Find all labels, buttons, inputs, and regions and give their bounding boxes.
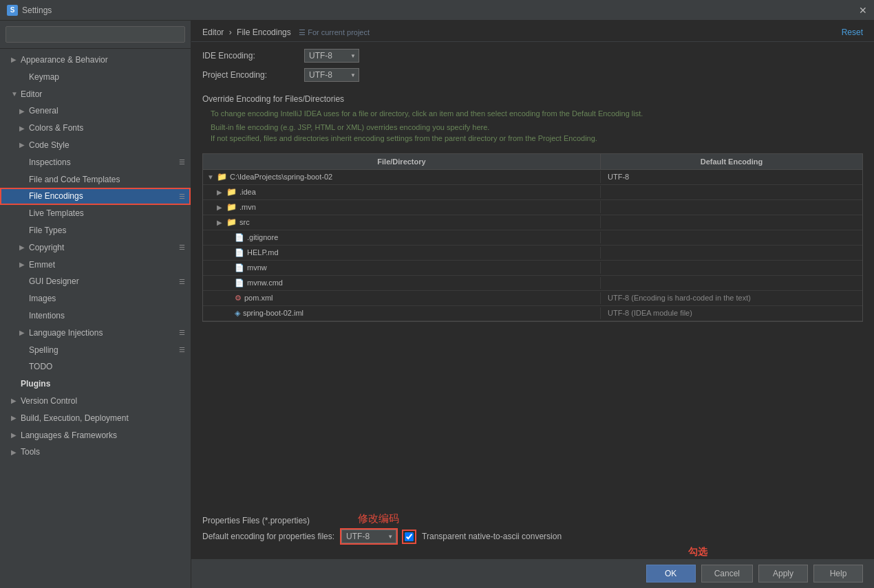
sidebar-item-appearance[interactable]: ▶ Appearance & Behavior [0,52,191,69]
help-button[interactable]: Help [813,565,863,582]
project-encoding-select[interactable]: UTF-8 [304,68,359,82]
annotation-row: Properties Files (*.properties) 修改编码 [202,512,863,525]
sidebar-item-file-types[interactable]: ▶ File Types [0,222,191,239]
expand-arrow: ▶ [217,219,224,226]
encoding-annotation: 修改编码 [358,512,399,525]
table-row[interactable]: ▶ 📁 .idea [203,185,862,200]
table-row[interactable]: ▶ 📁 src [203,215,862,230]
sidebar-item-version-control[interactable]: ▶ Version Control [0,393,191,410]
table-row[interactable]: 📄 mvnw.cmd [203,276,862,291]
sidebar-item-inspections[interactable]: ▶ Inspections ☰ [0,154,191,171]
table-row[interactable]: ▼ 📁 C:\IdeaProjects\spring-boot-02 UTF-8 [203,170,862,185]
file-name-cell: ▶ 📁 .idea [203,186,601,198]
sidebar-item-spelling[interactable]: ▶ Spelling ☰ [0,342,191,359]
arrow-icon: ▶ [19,124,26,133]
search-input[interactable] [6,26,185,43]
arrow-icon: ▶ [11,413,18,423]
arrow-icon: ▶ [11,431,18,440]
file-encoding-cell: UTF-8 (Encoding is hard-coded in the tex… [601,292,862,303]
cancel-button[interactable]: Cancel [701,565,753,582]
sidebar-item-todo[interactable]: ▶ TODO [0,358,191,375]
sidebar-item-plugins[interactable]: ▶ Plugins [0,375,191,393]
col-encoding-header: Default Encoding [601,154,862,169]
transparent-checkbox[interactable] [405,532,414,541]
main-layout: ▶ Appearance & Behavior ▶ Keymap ▼ Edito… [0,21,874,588]
ok-button[interactable]: OK [646,565,696,582]
file-icon: 📄 [235,279,244,287]
sidebar-item-copyright[interactable]: ▶ Copyright ☰ [0,239,191,257]
default-encoding-select-wrapper: UTF-8 [341,530,396,543]
iml-icon: ◈ [235,309,240,318]
sidebar-item-emmet[interactable]: ▶ Emmet [0,257,191,274]
expand-arrow: ▶ [217,188,224,196]
override-section: Override Encoding for Files/Directories … [202,94,863,142]
sidebar-item-gui-designer[interactable]: ▶ GUI Designer ☰ [0,273,191,290]
table-row[interactable]: 📄 mvnw [203,261,862,276]
ide-encoding-select[interactable]: UTF-8 [304,49,359,63]
project-encoding-select-wrapper: UTF-8 [304,68,359,82]
file-name: C:\IdeaProjects\spring-boot-02 [230,173,332,181]
file-table-header: File/Directory Default Encoding [203,154,862,170]
inspections-badge: ☰ [179,157,185,167]
sidebar-item-file-code-templates[interactable]: ▶ File and Code Templates [0,171,191,188]
sidebar-item-live-templates[interactable]: ▶ Live Templates [0,205,191,222]
table-row[interactable]: ⚙ pom.xml UTF-8 (Encoding is hard-coded … [203,291,862,306]
arrow-icon: ▶ [11,396,18,406]
app-icon: S [7,5,18,16]
folder-icon: 📁 [226,202,237,212]
search-box [0,21,191,49]
sidebar-item-tools[interactable]: ▶ Tools [0,444,191,461]
title-bar: S Settings ✕ [0,0,874,21]
sidebar-item-code-style[interactable]: ▶ Code Style [0,137,191,154]
close-icon[interactable]: ✕ [859,5,867,16]
properties-encoding-wrapper: UTF-8 [341,530,396,543]
title-bar-left: S Settings [7,5,52,16]
lang-injections-badge: ☰ [179,328,185,338]
table-row[interactable]: ◈ spring-boot-02.iml UTF-8 (IDEA module … [203,306,862,321]
sidebar-item-lang-injections[interactable]: ▶ Language Injections ☰ [0,325,191,342]
content-panel: Editor › File Encodings ☰ For current pr… [191,21,874,588]
project-encoding-row: Project Encoding: UTF-8 [202,68,863,82]
content-header: Editor › File Encodings ☰ For current pr… [191,21,874,42]
table-row[interactable]: 📄 .gitignore [203,230,862,246]
file-name: mvnw.cmd [247,279,283,287]
default-encoding-label: Default encoding for properties files: [202,532,334,541]
table-row[interactable]: 📄 HELP.md [203,246,862,261]
sidebar-item-general[interactable]: ▶ General [0,102,191,120]
arrow-icon: ▶ [11,55,18,65]
sidebar-item-intentions[interactable]: ▶ Intentions [0,307,191,325]
table-row[interactable]: ▶ 📁 .mvn [203,200,862,215]
sidebar-item-colors-fonts[interactable]: ▶ Colors & Fonts [0,120,191,137]
ide-encoding-label: IDE Encoding: [202,51,299,61]
file-name-cell: ▼ 📁 C:\IdeaProjects\spring-boot-02 [203,171,601,183]
file-name-cell: 📄 mvnw.cmd [203,277,601,289]
reset-link[interactable]: Reset [842,28,863,37]
file-name-cell: 📄 .gitignore [203,232,601,243]
file-name: mvnw [247,263,267,272]
apply-button[interactable]: Apply [758,565,808,582]
arrow-icon: ▶ [19,260,26,270]
sidebar-item-keymap[interactable]: ▶ Keymap [0,69,191,86]
properties-wrapper: Properties Files (*.properties) 修改编码 Def… [191,508,874,558]
arrow-icon: ▶ [19,107,26,116]
file-name-cell: 📄 mvnw [203,262,601,274]
file-encoding-cell [601,281,862,284]
sidebar-item-build-execution[interactable]: ▶ Build, Execution, Deployment [0,410,191,427]
breadcrumb-current: File Encodings [237,28,291,37]
breadcrumb-path: Editor [202,28,224,37]
dialog-footer: OK Cancel Apply Help [191,558,874,588]
override-desc2: Built-in file encoding (e.g. JSP, HTML o… [211,123,863,131]
sidebar-item-lang-frameworks[interactable]: ▶ Languages & Frameworks [0,427,191,444]
file-icon: 📄 [235,248,244,257]
check-annotation: 勾选 [533,546,863,558]
sidebar-item-file-encodings[interactable]: ▶ File Encodings ☰ [0,188,191,205]
file-table: File/Directory Default Encoding ▼ 📁 C:\I… [202,153,863,322]
file-name-cell: ⚙ pom.xml [203,292,601,304]
sidebar-item-images[interactable]: ▶ Images [0,290,191,307]
file-name: .mvn [239,203,256,211]
arrow-icon: ▶ [19,328,26,338]
file-encodings-badge: ☰ [179,192,185,202]
sidebar-item-editor[interactable]: ▼ Editor [0,86,191,103]
default-encoding-select[interactable]: UTF-8 [341,530,396,543]
file-table-body[interactable]: ▼ 📁 C:\IdeaProjects\spring-boot-02 UTF-8… [203,170,862,321]
